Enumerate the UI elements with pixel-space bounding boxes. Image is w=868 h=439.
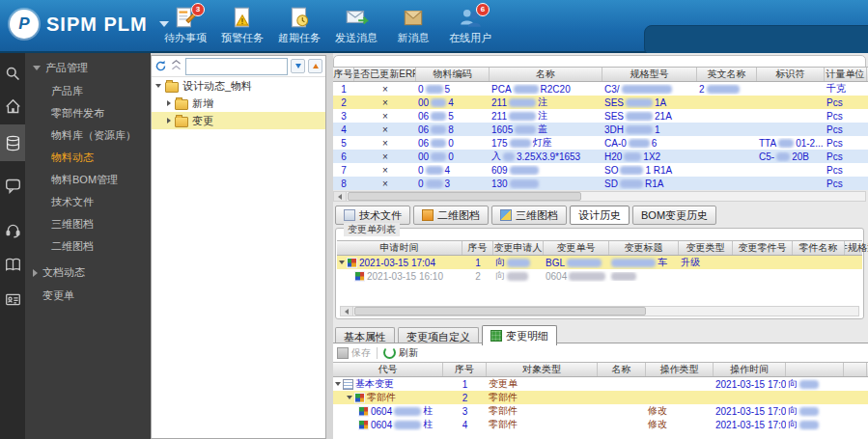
scroll-left-button[interactable] (341, 307, 353, 316)
table-row[interactable]: 零部件2零部件 (333, 391, 868, 404)
sidebar-item-change-order[interactable]: 变更单 (25, 285, 151, 307)
sidebar-group-document-dynamics[interactable]: 文档动态 (25, 258, 151, 285)
tree-node-change[interactable]: 变更 (152, 112, 325, 129)
column-header[interactable]: 名称 (490, 68, 602, 81)
tree-search-input[interactable] (185, 58, 288, 75)
table-cell: PCAR2C20 (490, 84, 602, 95)
column-header[interactable]: 操作类型 (646, 363, 714, 376)
sidebar-item[interactable]: 物料库（资源库） (25, 124, 151, 147)
refresh-icon[interactable] (154, 60, 167, 72)
column-header[interactable]: 零件名称 (793, 241, 845, 255)
sidebar-item[interactable]: 物料BOM管理 (25, 169, 151, 191)
chat-icon[interactable] (0, 171, 25, 200)
sidebar-item[interactable]: 技术文件 (25, 191, 151, 213)
save-icon (337, 347, 349, 359)
table-cell: 千克 (825, 82, 867, 96)
table-row[interactable]: 0604柱3零部件修改2021-03-15 17:04向 (333, 404, 868, 418)
table-row[interactable]: 7×04609SO1 R1APcs (333, 163, 868, 177)
table-row[interactable]: 2×004211注SES1APcs (333, 96, 868, 109)
table-cell: 2021-03-15 17:04 (714, 406, 786, 417)
column-header[interactable]: 操作时间 (714, 363, 786, 376)
header-user-area[interactable] (644, 25, 868, 56)
column-header[interactable]: 代号 (333, 363, 443, 376)
support-headset-icon[interactable] (0, 215, 25, 244)
scrollbar-thumb[interactable] (354, 307, 646, 316)
table-row[interactable]: 1×05PCAR2C20C3/2千克 (333, 82, 868, 96)
save-button[interactable]: 保存 (337, 346, 371, 360)
column-header[interactable]: 规格型号 (602, 68, 697, 81)
column-header[interactable]: 变更申请人 (493, 241, 544, 255)
column-header[interactable]: 物料编码 (416, 68, 490, 81)
expand-arrow[interactable] (167, 100, 171, 106)
table-row[interactable]: 0604柱4零部件修改2021-03-15 17:04向 (333, 418, 868, 431)
column-header[interactable]: 申请时间 (337, 241, 462, 255)
sidebar-item[interactable]: 产品库 (25, 80, 151, 102)
column-header[interactable] (844, 363, 867, 376)
table-row[interactable]: 3×065211注SES21APcs (333, 109, 868, 123)
overdue-task-button[interactable]: 超期任务 (271, 5, 327, 45)
sidebar-item[interactable]: 三维图档 (25, 213, 151, 235)
horizontal-scrollbar[interactable] (340, 306, 859, 316)
sidebar-item[interactable]: 物料动态 (25, 147, 151, 169)
book-icon[interactable] (0, 250, 25, 279)
tab-change-details[interactable]: 变更明细 (482, 325, 557, 345)
new-message-button[interactable]: 新消息 (385, 5, 441, 45)
column-header[interactable]: 是否已更新ERP (354, 68, 416, 81)
expand-arrow[interactable] (347, 396, 352, 399)
tab-design-history[interactable]: 设计历史 (570, 206, 630, 225)
table-row[interactable]: 8×03130SDR1APcs (333, 177, 868, 190)
tab-bom-change-history[interactable]: BOM变更历史 (632, 206, 716, 225)
filter-up-button[interactable] (308, 59, 322, 73)
column-header[interactable]: 变更零件号 (733, 241, 793, 255)
table-row[interactable]: 4×0681605盖3DH1Pcs (333, 123, 868, 136)
scroll-left-button[interactable] (334, 192, 347, 201)
id-card-icon[interactable] (0, 285, 25, 314)
column-header[interactable]: 零件规格型号 (845, 241, 868, 255)
expand-arrow[interactable] (339, 261, 345, 264)
column-header[interactable]: 序号 (333, 68, 354, 81)
table-row[interactable]: 基本变更1变更单2021-03-15 17:04向 (333, 377, 868, 391)
column-header[interactable]: 对象类型 (487, 363, 598, 376)
column-header[interactable]: 计量单位 (825, 68, 867, 81)
table-row[interactable]: 2021-03-15 16:102向0604 (337, 269, 862, 283)
send-message-button[interactable]: 发送消息 (328, 5, 384, 45)
tab-3d-drawings[interactable]: 三维图档 (491, 206, 567, 225)
table-cell: 升级 (679, 256, 733, 269)
collapse-all-icon[interactable] (170, 60, 182, 72)
expand-arrow[interactable] (335, 382, 341, 386)
home-icon[interactable] (0, 92, 25, 121)
horizontal-scrollbar[interactable] (333, 191, 866, 202)
tree-node-new[interactable]: 新增 (152, 95, 325, 112)
search-icon[interactable] (0, 59, 25, 88)
cell-text: 1 (655, 124, 660, 135)
refresh-button[interactable]: 刷新 (383, 346, 418, 360)
table-row[interactable]: 2021-03-15 17:041向BGL车升级 (337, 256, 862, 269)
table-row[interactable]: 5×060175灯座CA-06TTA01-2...Pcs (333, 136, 868, 150)
sidebar-item[interactable]: 二维图档 (25, 235, 151, 258)
filter-down-button[interactable] (291, 59, 305, 73)
column-header[interactable]: 序号 (462, 241, 493, 255)
column-header[interactable]: 变更类型 (679, 241, 733, 255)
tree-node-root[interactable]: 设计动态_物料 (152, 77, 325, 95)
column-header[interactable]: 名称 (598, 363, 646, 376)
column-header[interactable]: 变更标题 (609, 241, 679, 255)
column-header[interactable]: 变更单号 (544, 241, 609, 255)
todo-button[interactable]: 3 待办事项 (157, 5, 213, 45)
column-header[interactable] (786, 363, 844, 376)
sidebar-group-product-management[interactable]: 产品管理 (25, 53, 151, 80)
column-header[interactable]: 标识符 (757, 68, 825, 81)
alert-task-button[interactable]: 预警任务 (214, 5, 270, 45)
expand-arrow[interactable] (167, 118, 171, 123)
cell-text: PCA (491, 84, 512, 95)
column-header[interactable]: 序号 (443, 363, 487, 376)
expand-arrow[interactable] (155, 84, 161, 88)
scrollbar-thumb[interactable] (348, 192, 581, 201)
table-row[interactable]: 6×000入3.25X3.9*1653H201X2C5-20BPcs (333, 150, 868, 163)
tab-2d-drawings[interactable]: 二维图档 (413, 206, 489, 225)
tab-tech-documents[interactable]: 技术文件 (335, 206, 410, 225)
database-icon[interactable] (0, 124, 25, 161)
sidebar-item[interactable]: 零部件发布 (25, 102, 151, 124)
online-users-button[interactable]: 6 在线用户 (442, 5, 498, 45)
app-logo[interactable]: P SIPM PLM (10, 10, 169, 39)
column-header[interactable]: 英文名称 (697, 68, 757, 81)
